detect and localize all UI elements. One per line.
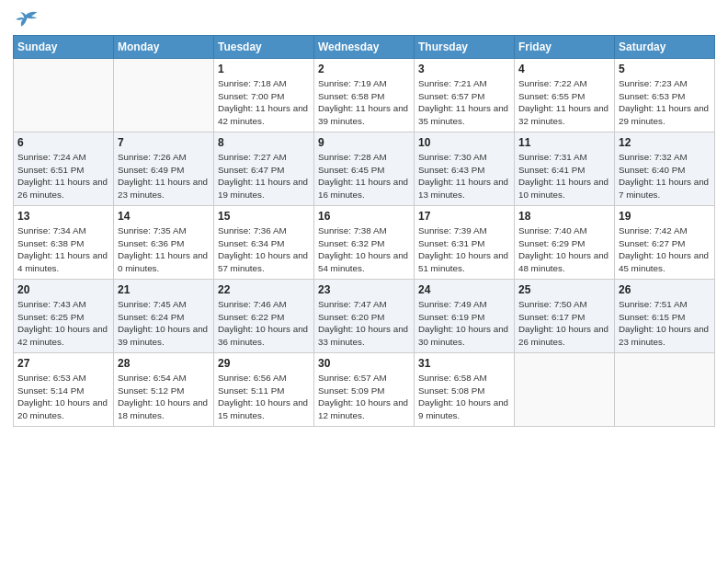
day-number: 4 xyxy=(518,63,610,75)
day-info: Sunrise: 7:43 AM Sunset: 6:25 PM Dayligh… xyxy=(17,298,109,349)
day-info: Sunrise: 7:36 AM Sunset: 6:34 PM Dayligh… xyxy=(218,224,310,275)
day-number: 24 xyxy=(418,283,510,296)
header-day-thursday: Thursday xyxy=(415,36,515,59)
calendar-header: SundayMondayTuesdayWednesdayThursdayFrid… xyxy=(14,36,715,59)
day-number: 1 xyxy=(218,63,310,75)
day-number: 6 xyxy=(17,136,109,149)
day-info: Sunrise: 7:23 AM Sunset: 6:53 PM Dayligh… xyxy=(619,77,711,128)
day-info: Sunrise: 7:24 AM Sunset: 6:51 PM Dayligh… xyxy=(17,151,109,201)
day-number: 21 xyxy=(118,283,210,296)
week-row-5: 27Sunrise: 6:53 AM Sunset: 5:14 PM Dayli… xyxy=(14,353,715,427)
week-row-3: 13Sunrise: 7:34 AM Sunset: 6:38 PM Dayli… xyxy=(14,206,715,280)
logo-icon xyxy=(13,9,39,29)
calendar-cell: 1Sunrise: 7:18 AM Sunset: 7:00 PM Daylig… xyxy=(214,59,314,132)
day-info: Sunrise: 7:34 AM Sunset: 6:38 PM Dayligh… xyxy=(17,224,109,275)
calendar-cell: 15Sunrise: 7:36 AM Sunset: 6:34 PM Dayli… xyxy=(214,206,314,280)
day-number: 2 xyxy=(318,63,410,75)
day-info: Sunrise: 7:51 AM Sunset: 6:15 PM Dayligh… xyxy=(619,298,711,349)
day-number: 12 xyxy=(619,136,711,149)
header-day-sunday: Sunday xyxy=(14,36,114,59)
day-number: 9 xyxy=(318,136,410,149)
day-info: Sunrise: 7:47 AM Sunset: 6:20 PM Dayligh… xyxy=(318,298,410,349)
day-number: 28 xyxy=(118,357,210,370)
calendar-cell xyxy=(14,59,114,132)
day-number: 5 xyxy=(619,63,711,75)
day-number: 7 xyxy=(118,136,210,149)
header-day-tuesday: Tuesday xyxy=(214,36,314,59)
day-number: 17 xyxy=(418,210,510,223)
calendar-cell: 12Sunrise: 7:32 AM Sunset: 6:40 PM Dayli… xyxy=(615,132,715,206)
day-number: 20 xyxy=(17,283,109,296)
day-number: 31 xyxy=(418,357,510,370)
day-info: Sunrise: 7:42 AM Sunset: 6:27 PM Dayligh… xyxy=(619,224,711,275)
day-number: 10 xyxy=(418,136,510,149)
calendar-cell: 9Sunrise: 7:28 AM Sunset: 6:45 PM Daylig… xyxy=(314,132,415,206)
day-info: Sunrise: 7:45 AM Sunset: 6:24 PM Dayligh… xyxy=(118,298,210,349)
calendar-cell: 14Sunrise: 7:35 AM Sunset: 6:36 PM Dayli… xyxy=(114,206,214,280)
day-info: Sunrise: 7:35 AM Sunset: 6:36 PM Dayligh… xyxy=(118,224,210,275)
header-day-monday: Monday xyxy=(114,36,214,59)
week-row-2: 6Sunrise: 7:24 AM Sunset: 6:51 PM Daylig… xyxy=(14,132,715,206)
day-number: 22 xyxy=(218,283,310,296)
day-info: Sunrise: 6:53 AM Sunset: 5:14 PM Dayligh… xyxy=(17,372,109,422)
calendar-cell: 18Sunrise: 7:40 AM Sunset: 6:29 PM Dayli… xyxy=(515,206,615,280)
calendar-cell: 10Sunrise: 7:30 AM Sunset: 6:43 PM Dayli… xyxy=(415,132,515,206)
day-info: Sunrise: 7:39 AM Sunset: 6:31 PM Dayligh… xyxy=(418,224,510,275)
calendar-cell xyxy=(114,59,214,132)
calendar-cell xyxy=(615,353,715,427)
calendar-cell: 3Sunrise: 7:21 AM Sunset: 6:57 PM Daylig… xyxy=(415,59,515,132)
calendar-cell: 13Sunrise: 7:34 AM Sunset: 6:38 PM Dayli… xyxy=(14,206,114,280)
day-number: 25 xyxy=(518,283,610,296)
calendar-cell: 28Sunrise: 6:54 AM Sunset: 5:12 PM Dayli… xyxy=(114,353,214,427)
day-number: 8 xyxy=(218,136,310,149)
day-info: Sunrise: 7:30 AM Sunset: 6:43 PM Dayligh… xyxy=(418,151,510,201)
day-info: Sunrise: 6:56 AM Sunset: 5:11 PM Dayligh… xyxy=(218,372,310,422)
day-info: Sunrise: 7:27 AM Sunset: 6:47 PM Dayligh… xyxy=(218,151,310,201)
calendar-cell: 5Sunrise: 7:23 AM Sunset: 6:53 PM Daylig… xyxy=(615,59,715,132)
week-row-1: 1Sunrise: 7:18 AM Sunset: 7:00 PM Daylig… xyxy=(14,59,715,132)
calendar-cell: 4Sunrise: 7:22 AM Sunset: 6:55 PM Daylig… xyxy=(515,59,615,132)
day-info: Sunrise: 7:18 AM Sunset: 7:00 PM Dayligh… xyxy=(218,77,310,128)
day-number: 14 xyxy=(118,210,210,223)
day-info: Sunrise: 7:46 AM Sunset: 6:22 PM Dayligh… xyxy=(218,298,310,349)
calendar-cell: 29Sunrise: 6:56 AM Sunset: 5:11 PM Dayli… xyxy=(214,353,314,427)
calendar-cell: 16Sunrise: 7:38 AM Sunset: 6:32 PM Dayli… xyxy=(314,206,415,280)
day-number: 11 xyxy=(518,136,610,149)
day-info: Sunrise: 7:21 AM Sunset: 6:57 PM Dayligh… xyxy=(418,77,510,128)
day-info: Sunrise: 7:38 AM Sunset: 6:32 PM Dayligh… xyxy=(318,224,410,275)
day-number: 13 xyxy=(17,210,109,223)
calendar-cell: 31Sunrise: 6:58 AM Sunset: 5:08 PM Dayli… xyxy=(415,353,515,427)
header-day-friday: Friday xyxy=(515,36,615,59)
day-number: 27 xyxy=(17,357,109,370)
calendar-cell: 25Sunrise: 7:50 AM Sunset: 6:17 PM Dayli… xyxy=(515,280,615,353)
calendar-cell: 2Sunrise: 7:19 AM Sunset: 6:58 PM Daylig… xyxy=(314,59,415,132)
day-number: 30 xyxy=(318,357,410,370)
calendar-cell: 22Sunrise: 7:46 AM Sunset: 6:22 PM Dayli… xyxy=(214,280,314,353)
calendar-cell: 30Sunrise: 6:57 AM Sunset: 5:09 PM Dayli… xyxy=(314,353,415,427)
calendar-cell: 20Sunrise: 7:43 AM Sunset: 6:25 PM Dayli… xyxy=(14,280,114,353)
logo xyxy=(13,9,42,29)
day-number: 18 xyxy=(518,210,610,223)
calendar-cell xyxy=(515,353,615,427)
calendar-table: SundayMondayTuesdayWednesdayThursdayFrid… xyxy=(13,35,715,427)
day-number: 15 xyxy=(218,210,310,223)
day-info: Sunrise: 6:57 AM Sunset: 5:09 PM Dayligh… xyxy=(318,372,410,422)
calendar-cell: 21Sunrise: 7:45 AM Sunset: 6:24 PM Dayli… xyxy=(114,280,214,353)
calendar-cell: 26Sunrise: 7:51 AM Sunset: 6:15 PM Dayli… xyxy=(615,280,715,353)
header-row: SundayMondayTuesdayWednesdayThursdayFrid… xyxy=(14,36,715,59)
calendar-cell: 8Sunrise: 7:27 AM Sunset: 6:47 PM Daylig… xyxy=(214,132,314,206)
calendar-cell: 19Sunrise: 7:42 AM Sunset: 6:27 PM Dayli… xyxy=(615,206,715,280)
day-info: Sunrise: 7:26 AM Sunset: 6:49 PM Dayligh… xyxy=(118,151,210,201)
day-info: Sunrise: 6:58 AM Sunset: 5:08 PM Dayligh… xyxy=(418,372,510,422)
day-number: 19 xyxy=(619,210,711,223)
day-info: Sunrise: 6:54 AM Sunset: 5:12 PM Dayligh… xyxy=(118,372,210,422)
calendar-cell: 7Sunrise: 7:26 AM Sunset: 6:49 PM Daylig… xyxy=(114,132,214,206)
calendar-cell: 11Sunrise: 7:31 AM Sunset: 6:41 PM Dayli… xyxy=(515,132,615,206)
calendar-cell: 17Sunrise: 7:39 AM Sunset: 6:31 PM Dayli… xyxy=(415,206,515,280)
day-number: 16 xyxy=(318,210,410,223)
day-info: Sunrise: 7:28 AM Sunset: 6:45 PM Dayligh… xyxy=(318,151,410,201)
calendar-body: 1Sunrise: 7:18 AM Sunset: 7:00 PM Daylig… xyxy=(14,59,715,427)
header-day-saturday: Saturday xyxy=(615,36,715,59)
day-number: 29 xyxy=(218,357,310,370)
day-number: 3 xyxy=(418,63,510,75)
